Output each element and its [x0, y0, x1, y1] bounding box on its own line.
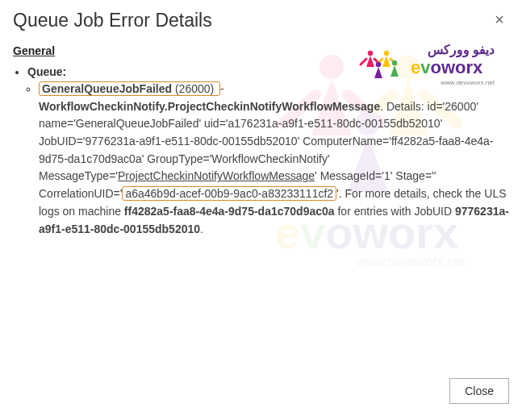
content-area: ديفو ووركس evoworx www.devoworx.net [13, 65, 509, 238]
message-type-underlined: ProjectCheckinNotifyWorkflowMessage [118, 169, 315, 182]
highlight-correlation-uid: a6a46b9d-acef-00b9-9ac0-a83233111cf2 [122, 186, 336, 201]
svg-point-0 [368, 51, 373, 56]
logo-arabic: ديفو ووركس [428, 43, 495, 58]
svg-point-1 [384, 51, 389, 56]
dialog-footer: Close [449, 378, 509, 404]
svg-point-2 [376, 62, 381, 67]
svg-text:www.devoworx.net: www.devoworx.net [357, 255, 466, 268]
workflow-message-type: WorkflowCheckinNotify.ProjectCheckinNoti… [39, 100, 380, 113]
close-icon[interactable]: × [490, 10, 509, 29]
highlight-error-name: GeneralQueueJobFailed (26000) [39, 81, 220, 96]
dialog-title: Queue Job Error Details [13, 10, 212, 31]
error-detail-text: GeneralQueueJobFailed (26000) - Workflow… [39, 81, 509, 238]
computer-name-bold: ff4282a5-faa8-4e4a-9d75-da1c70d9ac0a [124, 205, 335, 218]
close-button[interactable]: Close [449, 378, 509, 404]
logo-sub: www.devoworx.net [440, 79, 495, 86]
brand-logo: ديفو ووركس evoworx www.devoworx.net [356, 38, 501, 94]
dialog-header: Queue Job Error Details × [13, 10, 509, 31]
svg-point-3 [392, 60, 397, 65]
svg-text:evoworx: evoworx [411, 57, 483, 77]
